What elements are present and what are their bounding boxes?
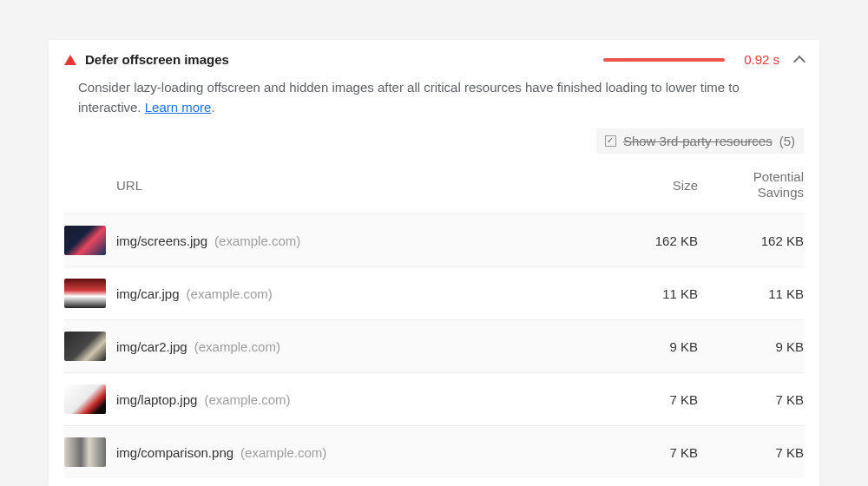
metric-bar [603, 58, 725, 62]
resource-path: img/laptop.jpg [116, 392, 197, 407]
resource-size: 11 KB [602, 286, 698, 301]
audit-panel: Defer offscreen images 0.92 s Consider l… [49, 40, 819, 486]
resource-origin: (example.com) [240, 445, 326, 460]
third-party-label: Show 3rd-party resources [623, 134, 773, 148]
resource-origin: (example.com) [204, 392, 290, 407]
third-party-count: (5) [779, 134, 795, 148]
table-row[interactable]: img/comparison.png (example.com)7 KB7 KB [64, 425, 804, 478]
resource-savings: 7 KB [708, 445, 804, 460]
resource-origin: (example.com) [194, 339, 280, 354]
table-row[interactable]: img/car2.jpg (example.com)9 KB9 KB [64, 319, 804, 372]
resource-savings: 11 KB [708, 286, 804, 301]
chevron-up-icon[interactable] [793, 55, 806, 67]
thumbnail-icon [64, 279, 106, 308]
third-party-toggle[interactable]: ✓ Show 3rd-party resources (5) [596, 128, 804, 154]
audit-title: Defer offscreen images [85, 52, 229, 67]
resources-table: URL Size Potential Savings img/screens.j… [49, 159, 819, 487]
column-size: Size [602, 178, 698, 193]
resource-path: img/screens.jpg [116, 233, 207, 248]
resource-size: 162 KB [602, 233, 698, 248]
resource-path: img/car.jpg [116, 286, 180, 301]
column-url: URL [116, 178, 592, 193]
table-header: URL Size Potential Savings [64, 159, 804, 214]
resource-size: 7 KB [602, 445, 698, 460]
thumbnail-icon [64, 437, 106, 467]
metric-value: 0.92 s [744, 52, 779, 67]
resource-savings: 7 KB [708, 392, 804, 407]
column-savings: Potential Savings [708, 169, 804, 202]
thumbnail-icon [64, 226, 106, 255]
audit-description: Consider lazy-loading offscreen and hidd… [49, 70, 819, 128]
audit-header[interactable]: Defer offscreen images 0.92 s [49, 40, 819, 70]
learn-more-link[interactable]: Learn more [145, 100, 212, 115]
table-row[interactable]: img/car.jpg (example.com)11 KB11 KB [64, 266, 804, 319]
warning-triangle-icon [64, 55, 76, 65]
thumbnail-icon [64, 332, 106, 361]
checkbox-icon[interactable]: ✓ [605, 135, 616, 147]
resource-path: img/comparison.png [116, 445, 233, 460]
resource-size: 7 KB [602, 392, 698, 407]
table-row[interactable]: img/laptop.jpg (example.com)7 KB7 KB [64, 372, 804, 425]
thumbnail-icon [64, 384, 106, 414]
resource-savings: 162 KB [708, 233, 804, 248]
resource-path: img/car2.jpg [116, 339, 187, 354]
resource-savings: 9 KB [708, 339, 804, 354]
audit-description-post: . [211, 100, 214, 115]
resource-size: 9 KB [602, 339, 698, 354]
resource-origin: (example.com) [214, 233, 300, 248]
table-row[interactable]: img/screens.jpg (example.com)162 KB162 K… [64, 213, 804, 266]
resource-origin: (example.com) [187, 286, 273, 301]
